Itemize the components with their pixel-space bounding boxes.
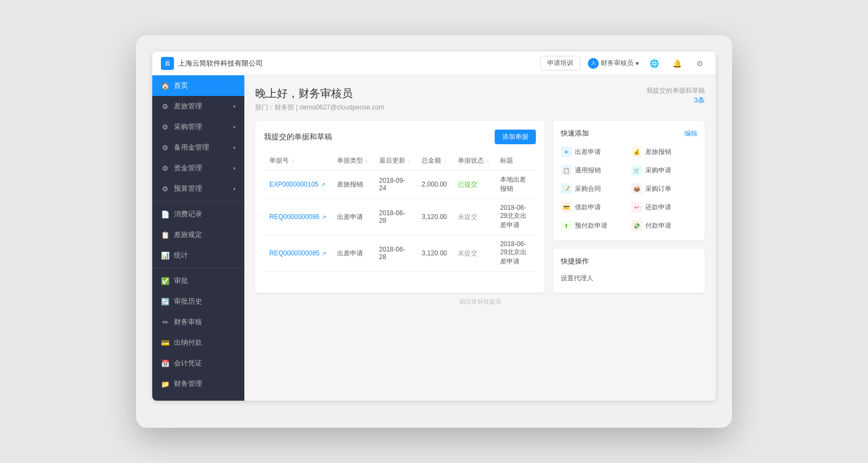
- prepay-apply-icon: ⬆: [561, 220, 572, 231]
- content-area: 晚上好，财务审核员 部门：财务部 | demo0627@cloudpense.c…: [244, 75, 716, 401]
- sidebar-item-finance-review[interactable]: ✏ 财务审核: [152, 312, 244, 332]
- app-logo: 云: [161, 57, 174, 70]
- stats-icon: 📊: [161, 252, 170, 260]
- table-section-title: 我提交的单据和草稿: [264, 132, 332, 142]
- col-id: 单据号 ↕: [264, 152, 332, 170]
- trip-apply-icon: ✈: [561, 146, 572, 157]
- quick-add-item-purchase-apply[interactable]: 🛒 采购申请: [631, 163, 697, 177]
- sidebar-item-approve-history[interactable]: 🔄 审批历史: [152, 291, 244, 312]
- sidebar-item-finance-mgmt[interactable]: 📁 财务管理: [152, 374, 244, 394]
- purchase-apply-label: 采购申请: [645, 166, 671, 175]
- sidebar-item-budget-mgmt[interactable]: ⚙ 预算管理 ▾: [152, 178, 244, 199]
- table-row: REQ0000000086 ↗ 出差申请 2018-06-28 3,120.00…: [264, 199, 536, 235]
- sidebar-item-finance-settings[interactable]: 🔧 财务设置: [152, 394, 244, 401]
- cell-amount: 3,120.00: [416, 199, 452, 235]
- sidebar-item-petty-cash[interactable]: ⚙ 备用金管理 ▾: [152, 137, 244, 158]
- sidebar-item-approve[interactable]: ✅ 审批: [152, 271, 244, 291]
- finance-review-icon: ✏: [161, 318, 170, 326]
- purchase-icon: ⚙: [161, 123, 170, 131]
- col-amount: 总金额 ↕: [416, 152, 452, 170]
- sidebar-item-expense-record[interactable]: 📄 消费记录: [152, 204, 244, 224]
- top-bar-left: 云 上海云简软件科技有限公司: [161, 57, 263, 70]
- quick-add-item-prepay-apply[interactable]: ⬆ 预付款申请: [561, 218, 627, 233]
- quick-add-item-travel-reimburse[interactable]: 💰 差旅报销: [631, 145, 697, 159]
- training-button[interactable]: 申请培训: [540, 56, 580, 70]
- sidebar-item-home[interactable]: 🏠 首页 ‹: [152, 75, 244, 96]
- quick-add-section: 快速添加 编辑 ✈ 出差申请 💰 差旅报销 📋 通用报销 🛒 采购申请 📝 采购…: [553, 121, 705, 240]
- repay-apply-icon: ↩: [631, 202, 642, 213]
- payment-icon: 💳: [161, 339, 170, 347]
- welcome-right[interactable]: 我提交的单据和草稿 3条: [646, 86, 705, 105]
- sidebar-item-travel-rules[interactable]: 📋 差旅规定: [152, 224, 244, 245]
- general-reimburse-label: 通用报销: [575, 166, 601, 175]
- sidebar-item-travel-mgmt[interactable]: ⚙ 差旅管理 ▾: [152, 96, 244, 117]
- table-section: 我提交的单据和草稿 添加单据 单据号 ↕ 单据类型 ↕ 最后更新 ↕ 总金额 ↕: [255, 121, 545, 293]
- cell-updated: 2018-06-28: [374, 235, 417, 272]
- add-record-button[interactable]: 添加单据: [495, 130, 536, 144]
- quick-ops-list: 设置代理人: [561, 272, 697, 285]
- approve-icon: ✅: [161, 277, 170, 285]
- quick-add-item-pay-apply[interactable]: 💸 付款申请: [631, 218, 697, 233]
- user-info[interactable]: 人 财务审核员 ▾: [588, 58, 639, 69]
- sidebar-item-fund-mgmt[interactable]: ⚙ 资金管理 ▾: [152, 158, 244, 178]
- company-name: 上海云简软件科技有限公司: [178, 59, 263, 68]
- quick-add-item-repay-apply[interactable]: ↩ 还款申请: [631, 200, 697, 214]
- col-title: 标题: [495, 152, 536, 170]
- quick-add-item-trip-apply[interactable]: ✈ 出差申请: [561, 145, 627, 159]
- cell-id[interactable]: EXP0000000105 ↗: [264, 170, 332, 199]
- sidebar-item-stats[interactable]: 📊 统计: [152, 245, 244, 266]
- purchase-contract-icon: 📝: [561, 183, 572, 194]
- finance-settings-icon: 🔧: [161, 401, 170, 401]
- quick-add-item-purchase-order[interactable]: 📦 采购订单: [631, 182, 697, 196]
- expense-icon: 📄: [161, 210, 170, 218]
- rules-icon: 📋: [161, 231, 170, 239]
- quick-add-title: 快速添加: [561, 128, 589, 138]
- cell-status: 未提交: [452, 235, 495, 272]
- cell-status: 未提交: [452, 199, 495, 235]
- cell-type: 出差申请: [332, 235, 374, 272]
- prepay-apply-label: 预付款申请: [575, 221, 607, 230]
- quick-ops-title: 快捷操作: [561, 256, 697, 266]
- footer: 由云常科技提供: [255, 293, 705, 310]
- trip-apply-label: 出差申请: [575, 147, 601, 157]
- finance-mgmt-icon: 📁: [161, 380, 170, 388]
- sidebar-item-payment[interactable]: 💳 出纳付款: [152, 332, 244, 353]
- sidebar-divider-1: [152, 201, 244, 202]
- settings-icon[interactable]: ⚙: [692, 56, 707, 71]
- cell-id[interactable]: REQ0000000086 ↗: [264, 199, 332, 235]
- general-reimburse-icon: 📋: [561, 165, 572, 176]
- quick-add-item-purchase-contract[interactable]: 📝 采购合同: [561, 182, 627, 196]
- accounting-icon: 📅: [161, 359, 170, 368]
- budget-icon: ⚙: [161, 185, 170, 193]
- table-row: EXP0000000105 ↗ 差旅报销 2018-09-24 2,000.00…: [264, 170, 536, 199]
- loan-apply-icon: 💳: [561, 202, 572, 213]
- col-updated: 最后更新 ↕: [374, 152, 417, 170]
- cell-status: 已提交: [452, 170, 495, 199]
- avatar: 人: [588, 58, 599, 69]
- quick-add-header: 快速添加 编辑: [561, 128, 697, 138]
- travel-icon: ⚙: [161, 102, 170, 111]
- cell-updated: 2018-06-28: [374, 199, 417, 235]
- edit-quick-add-button[interactable]: 编辑: [684, 129, 697, 138]
- travel-reimburse-icon: 💰: [631, 146, 642, 157]
- right-panel: 快速添加 编辑 ✈ 出差申请 💰 差旅报销 📋 通用报销 🛒 采购申请 📝 采购…: [553, 121, 705, 293]
- notification-icon[interactable]: 🔔: [669, 56, 684, 71]
- cell-amount: 3,120.00: [416, 235, 452, 272]
- travel-reimburse-label: 差旅报销: [645, 147, 671, 157]
- main-grid: 我提交的单据和草稿 添加单据 单据号 ↕ 单据类型 ↕ 最后更新 ↕ 总金额 ↕: [255, 121, 705, 293]
- fund-icon: ⚙: [161, 164, 170, 172]
- cell-id[interactable]: REQ0000000085 ↗: [264, 235, 332, 272]
- quick-add-item-general-reimburse[interactable]: 📋 通用报销: [561, 163, 627, 177]
- globe-icon[interactable]: 🌐: [646, 56, 662, 71]
- pay-apply-label: 付款申请: [645, 221, 671, 230]
- sidebar-item-purchase-mgmt[interactable]: ⚙ 采购管理 ▾: [152, 117, 244, 137]
- cell-type: 差旅报销: [332, 170, 374, 199]
- welcome-left: 晚上好，财务审核员 部门：财务部 | demo0627@cloudpense.c…: [255, 86, 384, 112]
- quick-op-set-agent[interactable]: 设置代理人: [561, 272, 697, 285]
- sidebar-divider-2: [152, 268, 244, 268]
- quick-add-grid: ✈ 出差申请 💰 差旅报销 📋 通用报销 🛒 采购申请 📝 采购合同 📦 采购订…: [561, 145, 697, 233]
- sidebar-item-accounting[interactable]: 📅 会计凭证: [152, 353, 244, 374]
- purchase-apply-icon: 🛒: [631, 165, 642, 176]
- quick-add-item-loan-apply[interactable]: 💳 借款申请: [561, 200, 627, 214]
- col-status: 单据状态 ↕: [452, 152, 495, 170]
